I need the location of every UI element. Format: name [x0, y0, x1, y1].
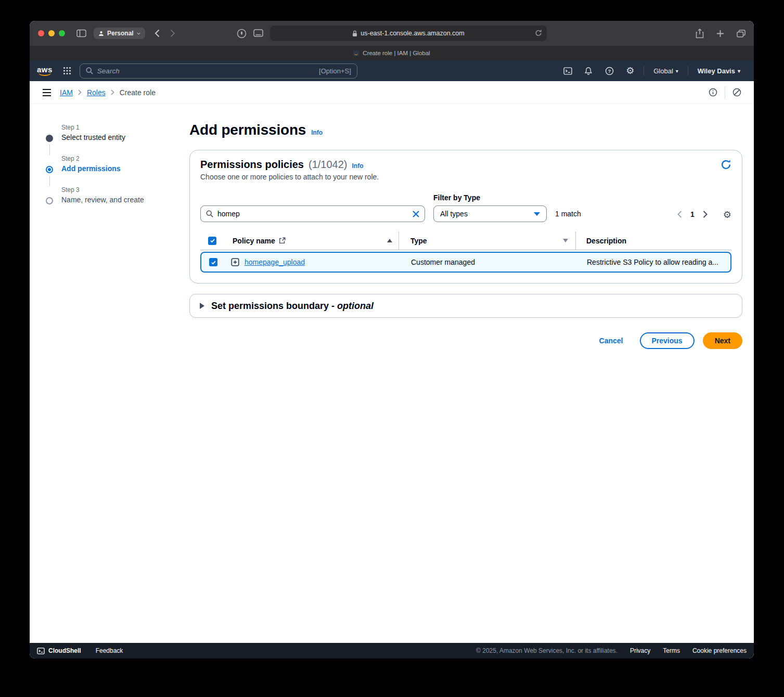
step-add-permissions[interactable]: Step 2 Add permissions — [46, 155, 189, 186]
current-page[interactable]: 1 — [690, 210, 695, 218]
console-search-input[interactable]: Search [Option+S] — [80, 63, 357, 79]
policy-name-link[interactable]: homepage_upload — [245, 258, 305, 266]
help-icon[interactable]: ? — [599, 60, 620, 81]
profile-button[interactable]: Personal — [94, 28, 145, 39]
page-content: Step 1 Select trusted entity Step 2 Add … — [30, 104, 754, 643]
expand-row-icon[interactable] — [231, 258, 239, 266]
svg-text:?: ? — [608, 68, 611, 73]
column-type[interactable]: Type — [399, 231, 576, 250]
step-current-dot — [46, 166, 53, 173]
zoom-window-button[interactable] — [59, 30, 65, 36]
region-selector[interactable]: Global ▾ — [647, 67, 685, 75]
account-menu[interactable]: Wiley Davis ▾ — [691, 67, 747, 75]
aws-logo[interactable]: aws — [37, 66, 53, 76]
breadcrumb-iam[interactable]: IAM — [60, 88, 73, 97]
terms-link[interactable]: Terms — [663, 647, 680, 654]
copyright-text: © 2025, Amazon Web Services, Inc. or its… — [476, 647, 618, 654]
back-button[interactable] — [155, 29, 160, 37]
column-description: Description — [576, 231, 731, 250]
column-policy-name[interactable]: Policy name — [224, 231, 399, 250]
feedback-link[interactable]: Feedback — [96, 647, 123, 654]
step-upcoming-dot — [46, 197, 53, 204]
notifications-off-icon[interactable] — [732, 88, 741, 97]
profile-label: Personal — [107, 30, 134, 37]
tab-title: Create role | IAM | Global — [363, 50, 430, 56]
external-link-icon — [279, 237, 286, 244]
privacy-link[interactable]: Privacy — [630, 647, 650, 654]
caret-down-icon: ▾ — [738, 68, 740, 74]
page-info-link[interactable]: Info — [311, 129, 323, 136]
cancel-button[interactable]: Cancel — [599, 337, 623, 345]
browser-toolbar: Personal — [30, 21, 754, 46]
match-count: 1 match — [555, 210, 581, 218]
info-panel-icon[interactable] — [709, 88, 717, 97]
select-caret-icon — [534, 212, 540, 216]
header-divider — [644, 66, 644, 76]
page-title: Add permissions — [189, 122, 306, 138]
step-select-trusted-entity[interactable]: Step 1 Select trusted entity — [46, 124, 189, 155]
expand-section-icon[interactable] — [200, 303, 204, 309]
clear-search-icon[interactable] — [413, 211, 419, 217]
breadcrumb-bar: IAM Roles Create role — [30, 81, 754, 104]
new-tab-icon[interactable] — [716, 30, 724, 37]
caret-down-icon: ▾ — [676, 68, 678, 74]
check-icon — [211, 260, 216, 265]
console-search-placeholder: Search — [97, 67, 315, 75]
chevron-right-icon — [78, 89, 82, 95]
boundary-optional-label: optional — [337, 301, 374, 311]
policy-row-selected[interactable]: homepage_upload Customer managed Restric… — [200, 252, 731, 273]
next-page-icon[interactable] — [703, 211, 708, 218]
chevron-down-icon — [137, 32, 140, 35]
console-footer: CloudShell Feedback © 2025, Amazon Web S… — [30, 643, 754, 659]
services-grid-icon[interactable] — [63, 67, 71, 75]
hamburger-menu-icon[interactable] — [42, 89, 52, 96]
minimize-window-button[interactable] — [48, 30, 55, 36]
traffic-lights — [38, 30, 65, 36]
sidebar-toggle-icon[interactable] — [76, 29, 86, 37]
person-icon — [98, 31, 104, 36]
breadcrumb-current: Create role — [120, 88, 156, 97]
cookie-preferences-link[interactable]: Cookie preferences — [692, 647, 747, 654]
aws-console-header: aws Search [Option+S] — [30, 60, 754, 81]
address-bar[interactable]: us-east-1.console.aws.amazon.com — [270, 25, 547, 41]
policy-count: (1/1042) — [309, 159, 348, 171]
type-filter-select[interactable]: All types — [433, 205, 547, 222]
cloudshell-icon[interactable] — [557, 60, 578, 81]
permissions-boundary-card[interactable]: Set permissions boundary - optional — [189, 294, 742, 318]
forward-button[interactable] — [170, 29, 175, 37]
wizard-steps: Step 1 Select trusted entity Step 2 Add … — [46, 122, 189, 643]
sort-icon[interactable] — [563, 239, 568, 242]
sort-ascending-icon[interactable] — [387, 239, 392, 242]
table-preferences-icon[interactable]: ⚙ — [723, 210, 731, 220]
policy-search-input[interactable] — [217, 210, 408, 218]
onepassword-extension-icon[interactable] — [237, 29, 247, 38]
share-icon[interactable] — [696, 29, 704, 38]
breadcrumb-roles[interactable]: Roles — [87, 88, 106, 97]
step-name-review-create[interactable]: Step 3 Name, review, and create — [46, 186, 189, 217]
close-window-button[interactable] — [38, 30, 44, 36]
card-title: Permissions policies — [200, 159, 304, 171]
previous-button[interactable]: Previous — [640, 332, 695, 349]
browser-window: Personal — [30, 21, 754, 659]
next-button[interactable]: Next — [703, 332, 742, 349]
card-info-link[interactable]: Info — [352, 162, 363, 170]
table-header: Policy name Type Description — [200, 231, 731, 250]
cloudshell-button[interactable]: CloudShell — [37, 647, 81, 655]
tab-bar[interactable]: Create role | IAM | Global — [30, 46, 754, 60]
refresh-icon[interactable] — [721, 159, 731, 170]
tab-overview-icon[interactable] — [737, 30, 746, 37]
policy-search-box[interactable] — [200, 205, 425, 222]
settings-gear-icon[interactable]: ⚙ — [620, 60, 640, 81]
previous-page-icon[interactable] — [677, 211, 682, 218]
notifications-bell-icon[interactable] — [578, 60, 599, 81]
search-icon — [86, 67, 93, 74]
permissions-policies-card: Permissions policies (1/1042) Info Choos… — [189, 150, 742, 283]
row-checkbox[interactable] — [209, 258, 217, 266]
filter-label: Filter by Type — [433, 193, 547, 202]
reload-icon[interactable] — [535, 29, 542, 37]
select-all-checkbox[interactable] — [208, 237, 216, 245]
policy-description: Restrictive S3 Policy to allow reading a… — [577, 258, 730, 266]
card-description: Choose one or more policies to attach to… — [200, 173, 731, 181]
search-shortcut-hint: [Option+S] — [319, 67, 351, 75]
extension-icon[interactable] — [253, 29, 263, 37]
